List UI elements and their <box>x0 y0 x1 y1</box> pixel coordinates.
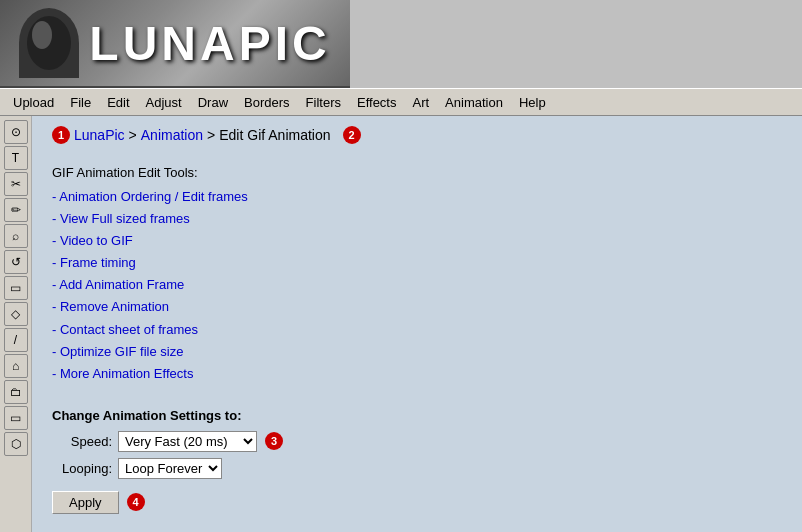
looping-select[interactable]: Loop Forever No Loop Loop 2 times Loop 3… <box>118 458 222 479</box>
text-icon: T <box>12 151 19 165</box>
crop-icon: ▭ <box>10 281 21 295</box>
speed-label: Speed: <box>52 434 112 449</box>
link-add-frame[interactable]: - Add Animation Frame <box>52 274 782 296</box>
badge-1: 1 <box>52 126 70 144</box>
link-fullsized[interactable]: - View Full sized frames <box>52 208 782 230</box>
menu-upload[interactable]: Upload <box>5 93 62 112</box>
breadcrumb: 1 LunaPic > Animation > Edit Gif Animati… <box>52 126 782 144</box>
link-remove-animation[interactable]: - Remove Animation <box>52 296 782 318</box>
apply-btn-row: Apply 4 <box>52 491 782 514</box>
tools-section: GIF Animation Edit Tools: - Animation Or… <box>52 160 782 390</box>
cut-tool-btn[interactable]: ✂ <box>4 172 28 196</box>
menu-draw[interactable]: Draw <box>190 93 236 112</box>
looping-label: Looping: <box>52 461 112 476</box>
wand-icon: ◇ <box>11 307 20 321</box>
eraser-tool-btn[interactable]: ▭ <box>4 406 28 430</box>
menu-help[interactable]: Help <box>511 93 554 112</box>
zoom-tool-btn[interactable]: ⌕ <box>4 224 28 248</box>
crop-tool-btn[interactable]: ▭ <box>4 276 28 300</box>
menu-file[interactable]: File <box>62 93 99 112</box>
select-tool-btn[interactable]: ⊙ <box>4 120 28 144</box>
apply-button[interactable]: Apply <box>52 491 119 514</box>
badge-2: 2 <box>343 126 361 144</box>
eraser-icon: ▭ <box>10 411 21 425</box>
logo-bar: LUNAPIC <box>0 0 350 88</box>
looping-row: Looping: Loop Forever No Loop Loop 2 tim… <box>52 458 782 479</box>
select-icon: ⊙ <box>11 125 21 139</box>
link-optimize-gif[interactable]: - Optimize GIF file size <box>52 341 782 363</box>
menu-animation[interactable]: Animation <box>437 93 511 112</box>
line-icon: / <box>14 333 17 347</box>
shape-tool-btn[interactable]: ⬡ <box>4 432 28 456</box>
text-tool-btn[interactable]: T <box>4 146 28 170</box>
logo-text: LUNAPIC <box>89 16 330 71</box>
link-ordering[interactable]: - Animation Ordering / Edit frames <box>52 186 782 208</box>
breadcrumb-current: Edit Gif Animation <box>219 127 330 143</box>
line-tool-btn[interactable]: / <box>4 328 28 352</box>
settings-title: Change Animation Settings to: <box>52 408 782 423</box>
folder-tool-btn[interactable]: 🗀 <box>4 380 28 404</box>
menu-edit[interactable]: Edit <box>99 93 137 112</box>
tools-title: GIF Animation Edit Tools: <box>52 165 782 180</box>
svg-point-1 <box>32 21 52 49</box>
shape-icon: ⬡ <box>11 437 21 451</box>
main-layout: ⊙ T ✂ ✏ ⌕ ↺ ▭ ◇ / ⌂ 🗀 ▭ <box>0 116 802 532</box>
pencil-tool-btn[interactable]: ✏ <box>4 198 28 222</box>
breadcrumb-sep2: > <box>207 127 215 143</box>
brush-tool-btn[interactable]: ⌂ <box>4 354 28 378</box>
badge-3: 3 <box>265 432 283 450</box>
settings-section: Change Animation Settings to: Speed: Ver… <box>52 408 782 479</box>
breadcrumb-lunapic[interactable]: LunaPic <box>74 127 125 143</box>
breadcrumb-animation[interactable]: Animation <box>141 127 203 143</box>
breadcrumb-sep1: > <box>129 127 137 143</box>
badge-4: 4 <box>127 493 145 511</box>
menu-art[interactable]: Art <box>404 93 437 112</box>
menu-adjust[interactable]: Adjust <box>138 93 190 112</box>
pencil-icon: ✏ <box>11 203 21 217</box>
zoom-icon: ⌕ <box>12 229 19 243</box>
brush-icon: ⌂ <box>12 359 19 373</box>
rotate-tool-btn[interactable]: ↺ <box>4 250 28 274</box>
wand-tool-btn[interactable]: ◇ <box>4 302 28 326</box>
menu-effects[interactable]: Effects <box>349 93 405 112</box>
scissors-icon: ✂ <box>11 177 21 191</box>
folder-icon: 🗀 <box>10 385 22 399</box>
rotate-icon: ↺ <box>11 255 21 269</box>
left-toolbar: ⊙ T ✂ ✏ ⌕ ↺ ▭ ◇ / ⌂ 🗀 ▭ <box>0 116 32 532</box>
content-area: 1 LunaPic > Animation > Edit Gif Animati… <box>32 116 802 532</box>
link-more-effects[interactable]: - More Animation Effects <box>52 363 782 385</box>
link-video-to-gif[interactable]: - Video to GIF <box>52 230 782 252</box>
logo-icon <box>19 8 79 78</box>
speed-select[interactable]: Very Fast (20 ms) Fast (50 ms) Normal (1… <box>118 431 257 452</box>
menu-filters[interactable]: Filters <box>298 93 349 112</box>
speed-row: Speed: Very Fast (20 ms) Fast (50 ms) No… <box>52 431 782 452</box>
link-frame-timing[interactable]: - Frame timing <box>52 252 782 274</box>
link-contact-sheet[interactable]: - Contact sheet of frames <box>52 319 782 341</box>
menu-bar: Upload File Edit Adjust Draw Borders Fil… <box>0 88 802 116</box>
menu-borders[interactable]: Borders <box>236 93 298 112</box>
